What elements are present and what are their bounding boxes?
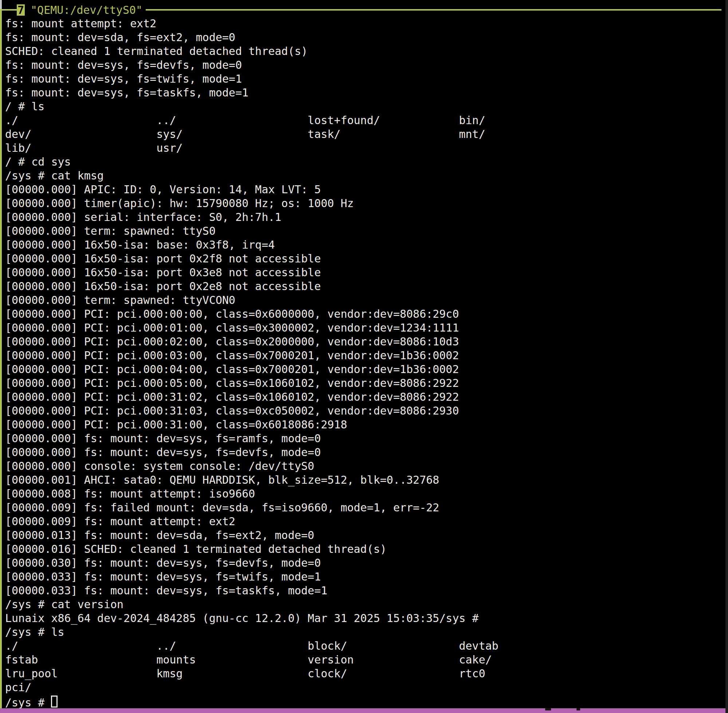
pane-title: "QEMU:/dev/ttyS0" — [31, 4, 142, 16]
pane-title-bar: 7 "QEMU:/dev/ttyS0" — [0, 3, 725, 17]
terminal-window: 7 "QEMU:/dev/ttyS0" fs: mount attempt: e… — [0, 0, 728, 713]
terminal-cursor — [51, 695, 58, 707]
pane-border-top-line — [146, 9, 722, 10]
pane-index-badge: 7 — [17, 4, 25, 16]
status-bar-clipped-glyph — [577, 708, 580, 710]
pane-border-top-left-line — [0, 9, 17, 10]
window-edge-strip — [725, 0, 728, 713]
terminal-scrollback-text: fs: mount attempt: ext2 fs: mount: dev=s… — [5, 17, 499, 694]
terminal-output[interactable]: fs: mount attempt: ext2 fs: mount: dev=s… — [5, 17, 499, 710]
pane-border-left — [0, 10, 2, 708]
status-bar-clipped-glyph — [545, 708, 551, 710]
status-bar — [0, 708, 725, 713]
shell-prompt: /sys # — [5, 696, 51, 709]
